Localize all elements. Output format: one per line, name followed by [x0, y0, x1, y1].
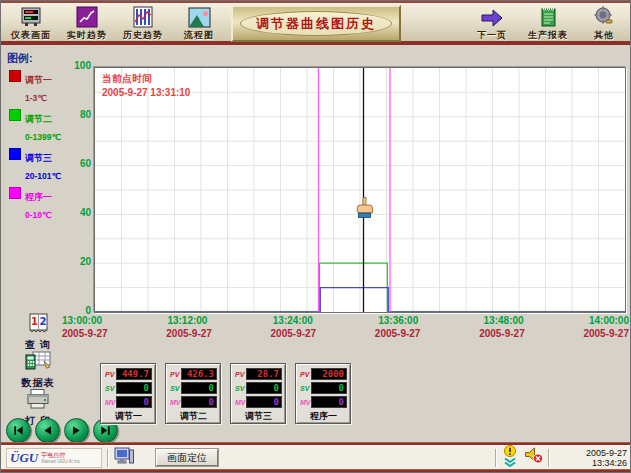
pv-display: 426.3 [181, 368, 217, 380]
page-title-oval: 调节器曲线图历史 [240, 11, 392, 36]
x-time: 13:24:00 [273, 315, 313, 326]
y-tick: 80 [61, 109, 91, 120]
x-time: 13:48:00 [484, 315, 524, 326]
step-back-button[interactable] [35, 418, 60, 443]
sv-display: 0 [311, 382, 347, 394]
y-tick: 100 [61, 60, 91, 71]
panel-name: 程序一 [300, 410, 347, 423]
mv-label: MV [235, 399, 246, 406]
annotation-time: 2005-9-27 13:31:10 [102, 86, 190, 100]
divider [495, 449, 497, 467]
pv-label: PV [235, 371, 246, 378]
sv-display: 0 [246, 382, 282, 394]
logo-text: ÜGU [10, 450, 38, 466]
query-button[interactable]: 12 查 询 [5, 312, 71, 350]
pv-display: 2000 [311, 368, 347, 380]
x-axis-times: 13:00:00 13:12:00 13:24:00 13:36:00 13:4… [62, 315, 629, 326]
skip-forward-icon [97, 422, 114, 439]
sv-label: SV [105, 385, 116, 392]
trend-chart[interactable] [94, 67, 626, 313]
mv-display: 0 [311, 396, 347, 408]
status-time: 13:34:26 [561, 458, 627, 468]
query-calendar-icon: 12 [25, 312, 51, 338]
y-tick: 60 [61, 158, 91, 169]
next-page-button[interactable]: 下一页 [467, 5, 517, 42]
x-date: 2005-9-27 [166, 328, 212, 339]
tab-history-trend[interactable]: 历史趋势 [118, 5, 168, 42]
step-forward-button[interactable] [64, 418, 89, 443]
panel-name: 调节一 [105, 410, 152, 423]
x-time: 13:12:00 [167, 315, 207, 326]
skip-back-button[interactable] [6, 418, 31, 443]
annotation-title: 当前点时间 [102, 72, 190, 86]
screen-locate-button[interactable]: 画面定位 [156, 449, 218, 466]
printer-icon [25, 388, 51, 414]
other-gear-icon [593, 5, 615, 28]
y-tick: 40 [61, 207, 91, 218]
tab-label: 仪表画面 [11, 29, 51, 42]
divider [1, 469, 631, 472]
report-notepad-icon [538, 5, 558, 28]
page-title: 调节器曲线图历史 [256, 15, 376, 33]
ugu-logo: ÜGU 宇电自控 Xiamen UGU AI Inc [6, 448, 102, 468]
sv-label: SV [300, 385, 311, 392]
tab-flowchart[interactable]: 流程图 [174, 5, 224, 42]
report-button[interactable]: 生产报表 [523, 5, 573, 42]
flowchart-icon [188, 5, 211, 28]
pv-label: PV [170, 371, 181, 378]
instrument-panel-icon [19, 5, 43, 28]
alarm-icon[interactable] [502, 445, 518, 471]
realtime-trend-icon [76, 5, 98, 28]
pv-label: PV [300, 371, 311, 378]
legend-range: 0-1399℃ [25, 132, 61, 142]
sound-muted-icon[interactable] [524, 447, 543, 468]
instrument-panels: PV449.7 SV0 MV0 调节一 PV426.3 SV0 MV0 调节二 … [100, 363, 351, 424]
panel-name: 调节三 [235, 410, 282, 423]
y-tick: 20 [61, 256, 91, 267]
divider [548, 449, 550, 467]
legend-item: 调节一 1-3℃ [7, 69, 93, 105]
sv-label: SV [170, 385, 181, 392]
tab-label: 流程图 [184, 29, 214, 42]
x-date: 2005-9-27 [375, 328, 421, 339]
status-bar: ÜGU 宇电自控 Xiamen UGU AI Inc 画面定位 2005-9-2… [1, 445, 631, 469]
mv-label: MV [300, 399, 311, 406]
mv-display: 0 [181, 396, 217, 408]
computer-icon[interactable] [114, 447, 134, 469]
next-page-arrow-icon [480, 5, 504, 28]
sv-display: 0 [116, 382, 152, 394]
cursor-time-annotation: 当前点时间 2005-9-27 13:31:10 [102, 72, 190, 100]
skip-back-icon [10, 422, 27, 439]
legend: 图例: 调节一 1-3℃ 调节二 0-1399℃ 调节三 20-101℃ 程序一… [7, 51, 93, 225]
x-axis-dates: 2005-9-27 2005-9-27 2005-9-27 2005-9-27 … [62, 328, 629, 339]
legend-label: 调节一 [25, 75, 52, 85]
legend-swatch [9, 70, 21, 82]
legend-label: 程序一 [25, 192, 52, 202]
tab-realtime-trend[interactable]: 实时趋势 [62, 5, 112, 42]
hand-drag-cursor-icon[interactable] [356, 196, 373, 220]
legend-label: 调节三 [25, 153, 52, 163]
legend-range: 20-101℃ [25, 171, 61, 181]
legend-label: 调节二 [25, 114, 52, 124]
controller-panel-1: PV449.7 SV0 MV0 调节一 [100, 363, 156, 424]
page-title-plaque: 调节器曲线图历史 [231, 5, 401, 42]
trend-chart-canvas [95, 68, 625, 312]
sv-label: SV [235, 385, 246, 392]
side-tools: 12 查 询 数据表 打 印 [5, 312, 71, 426]
mv-display: 0 [246, 396, 282, 408]
other-button[interactable]: 其他 [579, 5, 629, 42]
program-panel-1: PV2000 SV0 MV0 程序一 [295, 363, 351, 424]
status-date: 2005-9-27 [561, 448, 627, 458]
svg-text:1: 1 [31, 316, 38, 327]
tab-label: 其他 [594, 29, 614, 42]
svg-text:2: 2 [40, 316, 47, 327]
hmi-window: 仪表画面 实时趋势 历史趋势 流程图 [0, 0, 631, 473]
toolbar: 仪表画面 实时趋势 历史趋势 流程图 [1, 1, 631, 45]
tab-instrument-screen[interactable]: 仪表画面 [6, 5, 56, 42]
x-date: 2005-9-27 [271, 328, 317, 339]
x-date: 2005-9-27 [479, 328, 525, 339]
legend-swatch [9, 109, 21, 121]
data-table-button[interactable]: 数据表 [5, 350, 71, 388]
controller-panel-2: PV426.3 SV0 MV0 调节二 [165, 363, 221, 424]
legend-swatch [9, 187, 21, 199]
